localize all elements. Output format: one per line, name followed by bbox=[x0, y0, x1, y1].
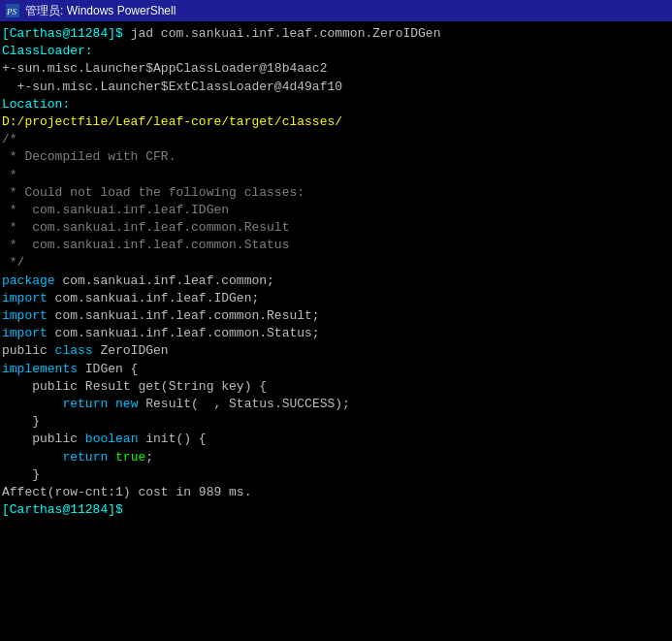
powershell-icon: PS bbox=[6, 4, 19, 17]
terminal-line: public Result get(String key) { bbox=[2, 378, 670, 396]
terminal-line: return new Result( , Status.SUCCESS); bbox=[2, 396, 670, 413]
terminal-line: package com.sankuai.inf.leaf.common; bbox=[2, 272, 670, 290]
terminal-line: * bbox=[2, 167, 670, 184]
terminal-line: */ bbox=[2, 254, 670, 272]
terminal-line: * com.sankuai.inf.leaf.common.Result bbox=[2, 219, 670, 237]
terminal-line: implements IDGen { bbox=[2, 361, 670, 378]
terminal-line: return true; bbox=[2, 449, 670, 466]
terminal-line: import com.sankuai.inf.leaf.common.Statu… bbox=[2, 325, 670, 342]
title-bar: PS 管理员: Windows PowerShell bbox=[0, 0, 672, 21]
terminal-line: /* bbox=[2, 131, 670, 148]
terminal-line: } bbox=[2, 466, 670, 484]
terminal-line: [Carthas@11284]$ bbox=[2, 501, 670, 519]
terminal-line: * Could not load the following classes: bbox=[2, 184, 670, 202]
terminal-line: +-sun.misc.Launcher$AppClassLoader@18b4a… bbox=[2, 60, 670, 78]
terminal-line: } bbox=[2, 413, 670, 431]
terminal-line: Affect(row-cnt:1) cost in 989 ms. bbox=[2, 484, 670, 501]
terminal-line: public boolean init() { bbox=[2, 431, 670, 448]
terminal-line: import com.sankuai.inf.leaf.IDGen; bbox=[2, 290, 670, 307]
terminal-line: import com.sankuai.inf.leaf.common.Resul… bbox=[2, 307, 670, 325]
terminal-line: ClassLoader: bbox=[2, 43, 670, 60]
svg-text:PS: PS bbox=[6, 7, 16, 16]
terminal-line: Location: bbox=[2, 96, 670, 113]
terminal-line: * com.sankuai.inf.leaf.common.Status bbox=[2, 237, 670, 254]
title-bar-text: 管理员: Windows PowerShell bbox=[25, 3, 176, 19]
terminal-line: public class ZeroIDGen bbox=[2, 342, 670, 360]
terminal-line: [Carthas@11284]$ jad com.sankuai.inf.lea… bbox=[2, 25, 670, 43]
terminal-line: * Decompiled with CFR. bbox=[2, 148, 670, 166]
terminal-line: +-sun.misc.Launcher$ExtClassLoader@4d49a… bbox=[2, 79, 670, 96]
terminal-line: D:/projectfile/Leaf/leaf-core/target/cla… bbox=[2, 113, 670, 131]
terminal-body[interactable]: [Carthas@11284]$ jad com.sankuai.inf.lea… bbox=[0, 21, 672, 641]
terminal-line: * com.sankuai.inf.leaf.IDGen bbox=[2, 202, 670, 219]
